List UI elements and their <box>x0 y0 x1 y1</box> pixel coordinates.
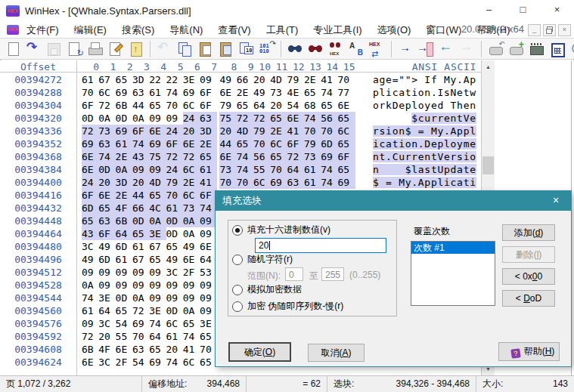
hex-byte[interactable]: 22 <box>166 73 184 86</box>
menu-item[interactable]: 专业工具(I) <box>306 22 369 38</box>
ascii-text[interactable]: plication.IsNetw <box>373 86 476 99</box>
hex-byte[interactable]: 09 <box>149 279 166 292</box>
hex-byte[interactable]: 6F <box>287 137 305 150</box>
convert-binary-icon[interactable] <box>257 40 276 58</box>
hex-byte[interactable]: 64 <box>149 330 166 343</box>
hex-byte[interactable]: 61 <box>166 202 184 215</box>
hex-byte[interactable]: 74 <box>321 163 338 176</box>
hex-byte[interactable]: 70 <box>219 176 237 189</box>
hex-byte[interactable]: 65 <box>200 150 217 163</box>
hex-byte[interactable]: 22 <box>149 73 166 86</box>
hex-byte[interactable]: 66 <box>132 202 150 215</box>
hex-byte[interactable]: 74 <box>237 150 254 163</box>
hex-byte[interactable]: 6E <box>82 150 99 163</box>
print-preview-icon[interactable] <box>65 40 84 58</box>
hex-byte[interactable]: 6C <box>183 99 200 112</box>
minimize-button[interactable]: – <box>472 0 506 21</box>
hex-byte[interactable]: 61 <box>304 163 321 176</box>
hex-byte[interactable]: 2E <box>270 125 287 137</box>
cancel-button[interactable]: 取消(A) <box>308 344 365 362</box>
hex-byte[interactable]: 41 <box>321 73 338 86</box>
radio-option[interactable] <box>232 285 243 295</box>
hex-byte[interactable]: 63 <box>287 176 305 189</box>
hex-byte[interactable]: 4D <box>237 125 254 137</box>
hex-byte[interactable]: 69 <box>149 356 166 369</box>
radio-option[interactable] <box>232 255 243 265</box>
hex-byte[interactable]: 0D <box>166 227 184 240</box>
hex-byte[interactable]: 63 <box>132 343 150 356</box>
hex-byte[interactable]: 74 <box>166 356 184 369</box>
hex-byte[interactable]: 69 <box>270 176 287 189</box>
hex-byte[interactable]: 0A <box>149 215 166 227</box>
hex-byte[interactable]: 0A <box>132 292 150 304</box>
hex-byte[interactable]: 74 <box>183 330 200 343</box>
hex-byte[interactable]: 6E <box>338 99 355 112</box>
passes-listbox[interactable]: 次数 #1 <box>411 241 495 306</box>
hex-byte[interactable]: 49 <box>219 73 237 86</box>
hex-byte[interactable]: 6F <box>82 99 99 112</box>
hex-byte[interactable]: 65 <box>237 99 254 112</box>
hex-byte[interactable]: 74 <box>321 176 338 189</box>
hex-byte[interactable]: 6E <box>219 150 237 163</box>
hex-byte[interactable]: 24 <box>82 176 99 189</box>
hex-byte[interactable]: 43 <box>132 150 150 163</box>
hex-byte[interactable]: 61 <box>116 253 133 266</box>
hex-byte[interactable]: 4C <box>149 202 166 215</box>
hex-byte[interactable]: 24 <box>166 125 184 137</box>
hex-byte[interactable]: 54 <box>287 99 305 112</box>
hex-byte[interactable]: 6F <box>200 99 217 112</box>
hex-byte[interactable]: 61 <box>82 73 99 86</box>
hex-byte[interactable]: 65 <box>321 99 338 112</box>
hex-byte[interactable]: 2F <box>116 356 133 369</box>
properties-icon[interactable] <box>106 40 125 58</box>
hex-byte[interactable]: 6F <box>132 125 150 137</box>
hex-byte[interactable]: 70 <box>304 125 321 137</box>
clone-disk-icon[interactable] <box>507 40 526 58</box>
hex-byte[interactable]: 20 <box>98 330 116 343</box>
hex-byte[interactable]: 6D <box>82 202 99 215</box>
hex-byte[interactable]: 2E <box>183 176 200 189</box>
ascii-text[interactable]: n $lastUpdate <box>373 163 476 176</box>
hex-byte[interactable]: 64 <box>253 99 271 112</box>
hex-byte[interactable]: 69 <box>82 137 99 150</box>
dod-button[interactable]: < DoD <box>502 290 555 307</box>
hex-byte[interactable]: 63 <box>132 86 150 99</box>
hex-byte[interactable]: 72 <box>253 112 271 125</box>
hex-byte[interactable]: 0D <box>116 292 133 304</box>
hex-byte[interactable]: 6C <box>270 137 287 150</box>
hex-byte[interactable]: 65 <box>149 343 166 356</box>
hex-byte[interactable]: 0D <box>98 163 116 176</box>
hex-byte[interactable]: 6C <box>183 163 200 176</box>
menu-item[interactable]: 选项(O) <box>370 22 419 38</box>
hex-byte[interactable]: 09 <box>149 266 166 279</box>
hex-byte[interactable]: 6E <box>82 356 99 369</box>
goto-block-end-icon[interactable] <box>417 40 436 58</box>
hex-byte[interactable]: 74 <box>166 86 184 99</box>
hex-byte[interactable]: 09 <box>200 73 217 86</box>
hex-byte[interactable]: 54 <box>116 317 133 330</box>
find-hex-icon[interactable] <box>327 40 346 58</box>
hex-byte[interactable]: 69 <box>183 86 200 99</box>
hex-byte[interactable]: 63 <box>98 137 116 150</box>
hex-byte[interactable]: 43 <box>82 227 99 240</box>
undo-position-icon[interactable] <box>437 40 456 58</box>
hex-byte[interactable]: 69 <box>338 176 355 189</box>
hex-byte[interactable]: 09 <box>132 266 150 279</box>
hex-byte[interactable]: 0A <box>98 112 116 125</box>
ascii-text[interactable]: $ = My.Applicati <box>373 176 476 189</box>
mdi-restore-button[interactable] <box>543 24 556 36</box>
hex-byte[interactable]: 4D <box>149 176 166 189</box>
hex-byte[interactable]: 65 <box>237 137 254 150</box>
hex-byte[interactable]: 49 <box>183 240 200 253</box>
hex-byte[interactable]: 44 <box>219 137 237 150</box>
hex-byte[interactable]: 2E <box>116 189 133 202</box>
hex-byte[interactable]: 74 <box>82 292 99 304</box>
hex-byte[interactable]: 09 <box>149 163 166 176</box>
replace-text-icon[interactable] <box>347 40 366 58</box>
hex-byte[interactable]: 09 <box>149 292 166 304</box>
hex-byte[interactable]: 65 <box>82 215 99 227</box>
hex-byte[interactable]: 74 <box>98 150 116 163</box>
hex-byte[interactable]: 61 <box>304 176 321 189</box>
open-disk-icon[interactable] <box>486 40 505 58</box>
hex-byte[interactable]: 2F <box>183 266 200 279</box>
